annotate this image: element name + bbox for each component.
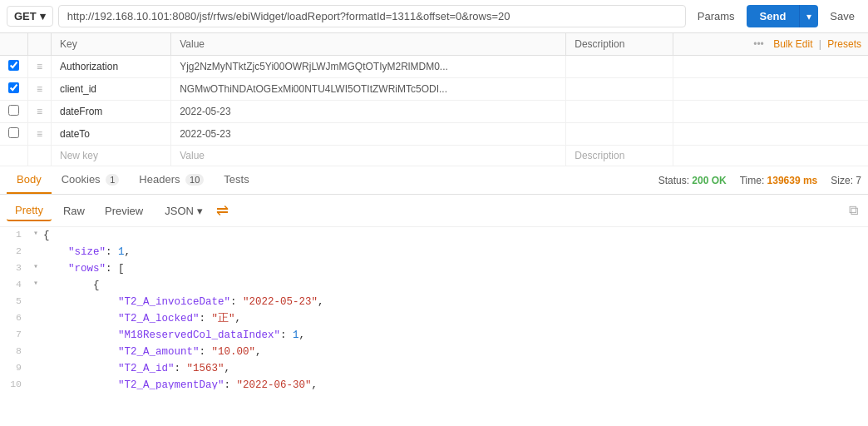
params-table: Key Value Description ••• Bulk Edit | Pr… [0, 33, 868, 166]
json-key: "size" [68, 246, 106, 258]
row-checkbox-cell[interactable] [0, 123, 28, 146]
line-number: 2 [0, 244, 30, 259]
send-dropdown-button[interactable]: ▾ [799, 5, 818, 27]
row-value[interactable]: Yjg2NzMyNTktZjc5Yi00OWRjLWJmMGQtOTIyM2Rl… [171, 56, 566, 78]
line-number: 1 [0, 227, 30, 242]
json-punct: : [106, 246, 112, 258]
tab-cookies[interactable]: Cookies 1 [52, 166, 130, 194]
presets-link[interactable]: Presets [827, 38, 861, 50]
row-checkbox-cell[interactable] [0, 78, 28, 101]
url-input[interactable] [58, 5, 686, 27]
row-description[interactable] [566, 56, 673, 78]
code-line: 3 ▾ "rows": [ [0, 260, 868, 277]
status-label: Status: 200 OK [658, 175, 727, 186]
code-line: 10 "T2_A_paymentDay": "2022-06-30", [0, 377, 868, 389]
row-drag-handle [28, 146, 52, 166]
line-toggle[interactable]: ▾ [30, 227, 42, 240]
row-key[interactable]: dateFrom [52, 101, 171, 123]
line-toggle[interactable]: ▾ [30, 277, 42, 290]
send-button[interactable]: Send [747, 5, 800, 27]
row-key[interactable]: client_id [52, 78, 171, 101]
tab-body[interactable]: Body [7, 166, 52, 194]
json-punct: : [224, 379, 231, 389]
json-key: "T2_A_id" [118, 363, 175, 374]
row-value[interactable]: 2022-05-23 [171, 101, 566, 123]
time-value: 139639 ms [767, 175, 818, 186]
row-value[interactable]: 2022-05-23 [171, 123, 566, 146]
format-dropdown[interactable]: JSON ▾ [158, 201, 210, 220]
tab-headers[interactable]: Headers 10 [129, 166, 214, 194]
line-number: 10 [0, 377, 30, 389]
body-toolbar: Pretty Raw Preview JSON ▾ ⇌ ⧉ [0, 195, 868, 227]
size-value: 7 [856, 175, 861, 186]
wrap-icon[interactable]: ⇌ [216, 201, 229, 220]
line-number: 8 [0, 344, 30, 359]
row-drag-handle: ≡ [28, 101, 52, 123]
code-area[interactable]: 1 ▾ { 2 "size": 1, 3 ▾ "rows": [ 4 ▾ { 5… [0, 227, 868, 389]
row-description[interactable] [566, 101, 673, 123]
row-description[interactable]: Description [566, 146, 673, 166]
row-description[interactable] [566, 123, 673, 146]
status-value: 200 OK [692, 175, 726, 186]
row-checkbox[interactable] [8, 105, 19, 116]
row-checkbox-cell[interactable] [0, 56, 28, 78]
format-chevron-icon: ▾ [197, 205, 203, 217]
table-row: ≡ client_id NGMwOThiNDAtOGExMi00NTU4LWI5… [0, 78, 868, 101]
json-punct: , [318, 296, 324, 308]
pretty-button[interactable]: Pretty [7, 201, 52, 221]
row-key[interactable]: Authorization [52, 56, 171, 78]
row-checkbox-cell[interactable] [0, 101, 28, 123]
json-key: "T2_A_paymentDay" [118, 379, 224, 389]
row-key[interactable]: dateTo [52, 123, 171, 146]
preview-button[interactable]: Preview [96, 201, 151, 220]
line-toggle[interactable]: ▾ [30, 260, 42, 274]
row-value[interactable]: Value [171, 146, 566, 166]
json-punct: , [125, 246, 131, 258]
json-string: "1563" [187, 363, 224, 374]
line-content: "M18ReservedCol_dataIndex": 1, [42, 327, 305, 344]
row-checkbox-cell[interactable] [0, 146, 28, 166]
json-punct: : [200, 346, 206, 358]
code-line: 8 "T2_A_amount": "10.00", [0, 344, 868, 360]
json-key: "T2_A_amount" [118, 346, 200, 358]
row-actions [673, 101, 868, 123]
line-content: { [42, 277, 100, 294]
status-info: Status: 200 OK Time: 139639 ms Size: 7 [658, 175, 861, 186]
row-drag-handle: ≡ [28, 78, 52, 101]
raw-button[interactable]: Raw [55, 201, 93, 220]
th-actions: ••• Bulk Edit | Presets [673, 33, 868, 56]
line-number: 3 [0, 260, 30, 275]
size-label: Size: 7 [831, 175, 861, 186]
cookies-badge: 1 [106, 174, 119, 186]
code-line: 9 "T2_A_id": "1563", [0, 360, 868, 377]
th-checkbox [0, 33, 28, 56]
tab-tests[interactable]: Tests [214, 166, 259, 194]
th-drag [28, 33, 52, 56]
table-row: ≡ dateTo 2022-05-23 [0, 123, 868, 146]
row-checkbox[interactable] [8, 127, 19, 138]
line-content: "T2_A_id": "1563", [42, 360, 230, 377]
th-value: Value [171, 33, 566, 56]
json-key: "T2_A_locked" [118, 313, 200, 324]
method-dropdown[interactable]: GET ▾ [7, 6, 53, 27]
code-line: 6 "T2_A_locked": "正", [0, 310, 868, 327]
json-punct: , [312, 379, 318, 389]
save-button[interactable]: Save [823, 6, 861, 27]
row-checkbox[interactable] [8, 60, 19, 71]
params-button[interactable]: Params [691, 6, 742, 27]
json-key: "T2_A_invoiceDate" [118, 296, 230, 308]
method-chevron-icon: ▾ [40, 10, 46, 22]
row-drag-handle: ≡ [28, 56, 52, 78]
bulk-edit-link[interactable]: Bulk Edit [773, 38, 812, 50]
line-number: 4 [0, 277, 30, 292]
json-string: "2022-05-23" [243, 296, 318, 308]
row-description[interactable] [566, 78, 673, 101]
copy-button[interactable]: ⧉ [846, 200, 861, 221]
row-value[interactable]: NGMwOThiNDAtOGExMi00NTU4LWI5OTItZWRiMTc5… [171, 78, 566, 101]
line-content: "T2_A_invoiceDate": "2022-05-23", [42, 294, 324, 310]
line-content: "T2_A_locked": "正", [42, 310, 241, 327]
table-row: New key Value Description [0, 146, 868, 166]
row-key[interactable]: New key [52, 146, 171, 166]
row-actions [673, 146, 868, 166]
row-checkbox[interactable] [8, 82, 19, 93]
